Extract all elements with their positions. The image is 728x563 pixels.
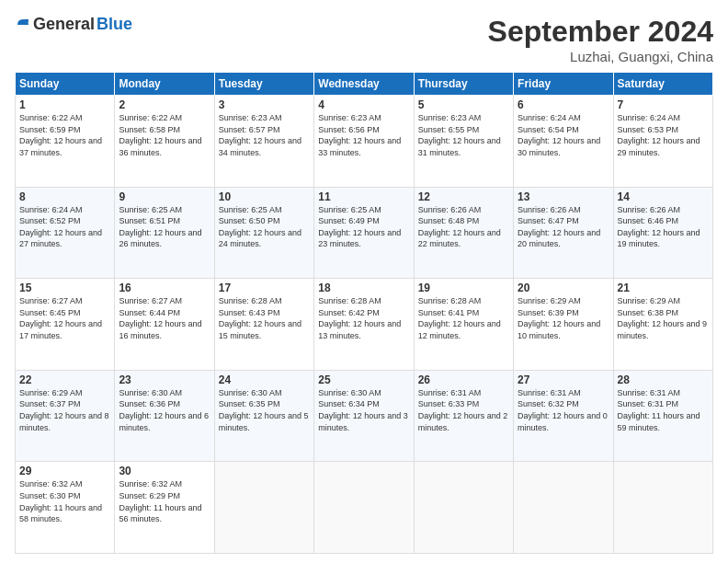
day-number: 5 (418, 98, 509, 111)
title-area: September 2024 Luzhai, Guangxi, China (488, 15, 713, 64)
calendar-cell (514, 462, 613, 554)
calendar-cell: 21 Sunrise: 6:29 AM Sunset: 6:38 PM Dayl… (613, 279, 712, 371)
calendar-cell: 1 Sunrise: 6:22 AM Sunset: 6:59 PM Dayli… (16, 96, 115, 188)
calendar-cell: 22 Sunrise: 6:29 AM Sunset: 6:37 PM Dayl… (16, 370, 115, 462)
day-header-wednesday: Wednesday (314, 73, 414, 96)
day-info: Sunrise: 6:32 AM Sunset: 6:29 PM Dayligh… (119, 478, 210, 524)
calendar-cell: 15 Sunrise: 6:27 AM Sunset: 6:45 PM Dayl… (16, 279, 115, 371)
day-info: Sunrise: 6:31 AM Sunset: 6:31 PM Dayligh… (618, 387, 709, 433)
calendar-cell: 9 Sunrise: 6:25 AM Sunset: 6:51 PM Dayli… (115, 187, 214, 279)
calendar-table: SundayMondayTuesdayWednesdayThursdayFrid… (15, 72, 713, 554)
day-info: Sunrise: 6:25 AM Sunset: 6:50 PM Dayligh… (219, 204, 310, 250)
calendar-cell: 29 Sunrise: 6:32 AM Sunset: 6:30 PM Dayl… (16, 462, 115, 554)
day-number: 9 (119, 190, 210, 203)
day-number: 23 (119, 373, 210, 386)
calendar-cell (613, 462, 712, 554)
day-number: 29 (19, 465, 110, 477)
day-number: 2 (119, 98, 210, 111)
day-number: 11 (318, 190, 409, 203)
day-info: Sunrise: 6:28 AM Sunset: 6:42 PM Dayligh… (318, 295, 409, 341)
day-number: 27 (518, 373, 609, 386)
logo-text-general: General (33, 15, 95, 34)
day-number: 6 (518, 98, 609, 111)
day-number: 13 (518, 190, 609, 203)
day-info: Sunrise: 6:24 AM Sunset: 6:52 PM Dayligh… (19, 204, 110, 250)
day-number: 26 (418, 373, 509, 386)
calendar-cell: 30 Sunrise: 6:32 AM Sunset: 6:29 PM Dayl… (115, 462, 214, 554)
calendar-cell: 28 Sunrise: 6:31 AM Sunset: 6:31 PM Dayl… (613, 370, 712, 462)
day-number: 19 (418, 282, 509, 294)
calendar-cell: 10 Sunrise: 6:25 AM Sunset: 6:50 PM Dayl… (214, 187, 313, 279)
day-info: Sunrise: 6:28 AM Sunset: 6:41 PM Dayligh… (418, 295, 509, 341)
day-number: 21 (618, 282, 709, 294)
day-header-thursday: Thursday (414, 73, 513, 96)
day-info: Sunrise: 6:26 AM Sunset: 6:48 PM Dayligh… (418, 204, 509, 250)
logo-icon (15, 17, 31, 33)
day-info: Sunrise: 6:25 AM Sunset: 6:51 PM Dayligh… (119, 204, 210, 250)
calendar-cell: 11 Sunrise: 6:25 AM Sunset: 6:49 PM Dayl… (314, 187, 414, 279)
calendar-cell: 18 Sunrise: 6:28 AM Sunset: 6:42 PM Dayl… (314, 279, 414, 371)
calendar-cell: 12 Sunrise: 6:26 AM Sunset: 6:48 PM Dayl… (414, 187, 513, 279)
day-number: 25 (318, 373, 409, 386)
logo-area: GeneralBlue (15, 15, 132, 34)
calendar-cell: 27 Sunrise: 6:31 AM Sunset: 6:32 PM Dayl… (514, 370, 613, 462)
logo-text-blue: Blue (97, 15, 132, 34)
day-info: Sunrise: 6:24 AM Sunset: 6:53 PM Dayligh… (618, 112, 709, 158)
day-info: Sunrise: 6:29 AM Sunset: 6:39 PM Dayligh… (518, 295, 609, 341)
day-number: 22 (19, 373, 110, 386)
day-info: Sunrise: 6:27 AM Sunset: 6:45 PM Dayligh… (19, 295, 110, 341)
day-header-monday: Monday (115, 73, 214, 96)
day-info: Sunrise: 6:32 AM Sunset: 6:30 PM Dayligh… (19, 478, 110, 524)
day-number: 8 (19, 190, 110, 203)
day-info: Sunrise: 6:30 AM Sunset: 6:34 PM Dayligh… (318, 387, 409, 433)
day-info: Sunrise: 6:26 AM Sunset: 6:46 PM Dayligh… (618, 204, 709, 250)
day-number: 14 (618, 190, 709, 203)
calendar-cell: 24 Sunrise: 6:30 AM Sunset: 6:35 PM Dayl… (214, 370, 313, 462)
day-info: Sunrise: 6:23 AM Sunset: 6:55 PM Dayligh… (418, 112, 509, 158)
day-number: 18 (318, 282, 409, 294)
calendar-cell: 19 Sunrise: 6:28 AM Sunset: 6:41 PM Dayl… (414, 279, 513, 371)
page-header: GeneralBlue September 2024 Luzhai, Guang… (15, 15, 713, 64)
calendar-cell: 13 Sunrise: 6:26 AM Sunset: 6:47 PM Dayl… (514, 187, 613, 279)
month-title: September 2024 (488, 15, 713, 49)
day-info: Sunrise: 6:23 AM Sunset: 6:57 PM Dayligh… (219, 112, 310, 158)
calendar-cell: 3 Sunrise: 6:23 AM Sunset: 6:57 PM Dayli… (214, 96, 313, 188)
day-header-sunday: Sunday (16, 73, 115, 96)
day-header-tuesday: Tuesday (214, 73, 313, 96)
calendar-cell: 6 Sunrise: 6:24 AM Sunset: 6:54 PM Dayli… (514, 96, 613, 188)
calendar-cell: 8 Sunrise: 6:24 AM Sunset: 6:52 PM Dayli… (16, 187, 115, 279)
day-number: 30 (119, 465, 210, 477)
day-info: Sunrise: 6:30 AM Sunset: 6:36 PM Dayligh… (119, 387, 210, 433)
calendar-cell (214, 462, 313, 554)
day-info: Sunrise: 6:30 AM Sunset: 6:35 PM Dayligh… (219, 387, 310, 433)
logo: GeneralBlue (15, 15, 132, 34)
calendar-cell: 17 Sunrise: 6:28 AM Sunset: 6:43 PM Dayl… (214, 279, 313, 371)
day-number: 1 (19, 98, 110, 111)
day-number: 3 (219, 98, 310, 111)
day-info: Sunrise: 6:24 AM Sunset: 6:54 PM Dayligh… (518, 112, 609, 158)
day-info: Sunrise: 6:29 AM Sunset: 6:38 PM Dayligh… (618, 295, 709, 341)
day-number: 16 (119, 282, 210, 294)
calendar-cell: 25 Sunrise: 6:30 AM Sunset: 6:34 PM Dayl… (314, 370, 414, 462)
day-number: 12 (418, 190, 509, 203)
day-header-saturday: Saturday (613, 73, 712, 96)
calendar-cell: 2 Sunrise: 6:22 AM Sunset: 6:58 PM Dayli… (115, 96, 214, 188)
calendar-cell: 4 Sunrise: 6:23 AM Sunset: 6:56 PM Dayli… (314, 96, 414, 188)
day-number: 17 (219, 282, 310, 294)
calendar-cell: 23 Sunrise: 6:30 AM Sunset: 6:36 PM Dayl… (115, 370, 214, 462)
calendar-cell: 7 Sunrise: 6:24 AM Sunset: 6:53 PM Dayli… (613, 96, 712, 188)
day-info: Sunrise: 6:22 AM Sunset: 6:58 PM Dayligh… (119, 112, 210, 158)
day-info: Sunrise: 6:29 AM Sunset: 6:37 PM Dayligh… (19, 387, 110, 433)
calendar-cell: 20 Sunrise: 6:29 AM Sunset: 6:39 PM Dayl… (514, 279, 613, 371)
day-number: 4 (318, 98, 409, 111)
calendar-cell: 26 Sunrise: 6:31 AM Sunset: 6:33 PM Dayl… (414, 370, 513, 462)
day-number: 7 (618, 98, 709, 111)
calendar-cell (314, 462, 414, 554)
day-info: Sunrise: 6:23 AM Sunset: 6:56 PM Dayligh… (318, 112, 409, 158)
day-number: 10 (219, 190, 310, 203)
day-number: 20 (518, 282, 609, 294)
location: Luzhai, Guangxi, China (488, 49, 713, 64)
day-info: Sunrise: 6:28 AM Sunset: 6:43 PM Dayligh… (219, 295, 310, 341)
calendar-cell: 14 Sunrise: 6:26 AM Sunset: 6:46 PM Dayl… (613, 187, 712, 279)
day-number: 15 (19, 282, 110, 294)
